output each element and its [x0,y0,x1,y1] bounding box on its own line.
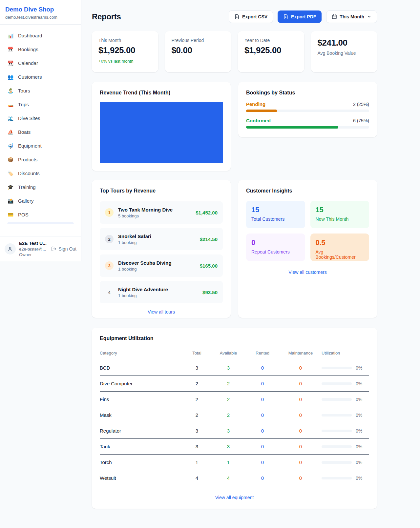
view-all-tours-link[interactable]: View all tours [100,309,223,315]
status-count: 6 (75%) [353,118,369,123]
status-bar-track [246,126,369,129]
wave-icon: 🌊 [7,116,14,121]
sidebar-item-dashboard[interactable]: 📊 Dashboard [4,29,77,42]
sidebar-item-customers[interactable]: 👥 Customers [4,70,77,84]
insight-label: New This Month [316,216,364,222]
tour-list-item[interactable]: 3 Discover Scuba Diving 1 booking $165.0… [100,254,223,277]
sidebar-item-discounts[interactable]: 🏷️ Discounts [4,166,77,180]
tour-name: Snorkel Safari [118,234,195,239]
column-header-available: Available [211,347,245,360]
speedboat-icon: 🚤 [7,102,14,107]
cell-maintenance: 0 [280,455,322,470]
status-count: 2 (25%) [353,102,369,107]
status-label: Pending [246,101,265,107]
table-row: Wetsuit 4 4 0 0 0% [100,470,369,486]
sidebar-item-label: Discounts [18,171,40,176]
tour-bookings: 1 booking [118,240,195,245]
insight-tile-repeat-customers: 0 Repeat Customers [246,234,305,261]
tour-list-item[interactable]: 4 Night Dive Adventure 1 booking $93.50 [100,281,223,303]
cell-rented: 0 [245,360,280,376]
sidebar-active-item-partial[interactable] [7,222,74,224]
sailboat-icon: ⛵ [7,130,14,134]
insight-tile-total-customers: 15 Total Customers [246,201,305,228]
view-all-equipment-link[interactable]: View all equipment [100,495,369,500]
sign-out-button[interactable]: Sign Out [51,246,76,252]
export-pdf-button[interactable]: Export PDF [278,10,322,23]
user-email: e2e-tester@... [19,247,48,252]
period-selector-button[interactable]: This Month [326,10,377,23]
sidebar-item-trips[interactable]: 🚤 Trips [4,97,77,111]
status-bar-fill [246,126,338,129]
sidebar-item-label: Bookings [18,47,38,52]
status-label: Confirmed [246,118,271,123]
shop-domain: demo.test.divestreams.com [5,15,76,20]
sidebar-nav: 📊 Dashboard 📅 Bookings 📆 Calendar 👥 Cust… [0,25,81,236]
sidebar-item-calendar[interactable]: 📆 Calendar [4,56,77,70]
sidebar-item-label: Calendar [18,60,38,66]
tour-list-item[interactable]: 2 Snorkel Safari 1 booking $214.50 [100,228,223,250]
sidebar-item-tours[interactable]: 🏝️ Tours [4,84,77,97]
cell-total: 3 [182,360,211,376]
insight-tile-new-this-month: 15 New This Month [310,201,369,228]
customer-insights-title: Customer Insights [246,188,369,194]
sidebar-item-training[interactable]: 🎓 Training [4,180,77,194]
utilization-bar-track [322,430,352,432]
rank-badge: 1 [105,208,114,217]
stat-card-this-month: This Month $1,925.00 +0% vs last month [92,31,158,72]
sidebar: Demo Dive Shop demo.test.divestreams.com… [0,0,81,261]
stat-label: Previous Period [172,38,225,43]
export-csv-button[interactable]: Export CSV [229,10,273,23]
utilization-bar-track [322,382,352,385]
table-row: BCD 3 3 0 0 0% [100,360,369,376]
utilization-percent: 0% [356,476,362,481]
tour-bookings: 1 booking [118,267,195,272]
tour-list-item[interactable]: 1 Two Tank Morning Dive 5 bookings $1,45… [100,201,223,224]
cell-maintenance: 0 [280,392,322,407]
sidebar-item-label: Equipment [18,143,42,149]
table-row: Regulator 3 3 0 0 0% [100,423,369,439]
customers-icon: 👥 [7,74,14,79]
sidebar-item-dive-sites[interactable]: 🌊 Dive Sites [4,111,77,125]
cell-category: Dive Computer [100,376,182,392]
sidebar-item-pos[interactable]: 💳 POS [4,208,77,221]
rank-badge: 3 [105,261,114,270]
bookings-calendar-icon: 📅 [7,47,14,52]
sidebar-item-bookings[interactable]: 📅 Bookings [4,42,77,56]
cell-utilization: 0% [322,407,369,423]
tour-revenue: $214.50 [200,236,218,242]
sidebar-item-label: Dive Sites [18,115,40,121]
sidebar-item-label: Dashboard [18,33,42,38]
cell-category: Fins [100,392,182,407]
sidebar-item-equipment[interactable]: 🤿 Equipment [4,139,77,152]
cell-maintenance: 0 [280,376,322,392]
user-panel: E2E Test U... e2e-tester@... Owner Sign … [0,236,81,261]
insight-label: Avg Bookings/Customer [316,249,364,260]
utilization-percent: 0% [356,460,362,465]
sign-out-label: Sign Out [59,246,76,252]
sidebar-item-products[interactable]: 📦 Products [4,152,77,166]
sidebar-item-boats[interactable]: ⛵ Boats [4,125,77,139]
stat-value: $241.00 [318,38,371,48]
top-tours-title: Top Tours by Revenue [100,188,223,194]
cell-category: Mask [100,407,182,423]
logout-icon [51,246,56,252]
insight-label: Repeat Customers [251,249,300,254]
sidebar-item-label: Trips [18,102,29,107]
cell-maintenance: 0 [280,407,322,423]
table-row: Fins 2 2 0 0 0% [100,392,369,407]
utilization-bar-track [322,414,352,416]
cell-total: 1 [182,455,211,470]
status-row-pending: Pending 2 (25%) [246,101,369,112]
revenue-trend-chart [100,102,223,163]
user-name: E2E Test U... [19,241,48,246]
cell-utilization: 0% [322,470,369,486]
person-icon [7,246,13,252]
insight-value: 15 [316,206,364,214]
sidebar-item-gallery[interactable]: 📸 Gallery [4,194,77,208]
calendar-icon: 📆 [7,61,14,66]
stat-card-avg-booking-value: $241.00 Avg Booking Value [311,31,377,72]
view-all-customers-link[interactable]: View all customers [246,270,369,275]
stat-card-previous-period: Previous Period $0.00 [165,31,231,72]
cell-maintenance: 0 [280,360,322,376]
cell-utilization: 0% [322,439,369,455]
